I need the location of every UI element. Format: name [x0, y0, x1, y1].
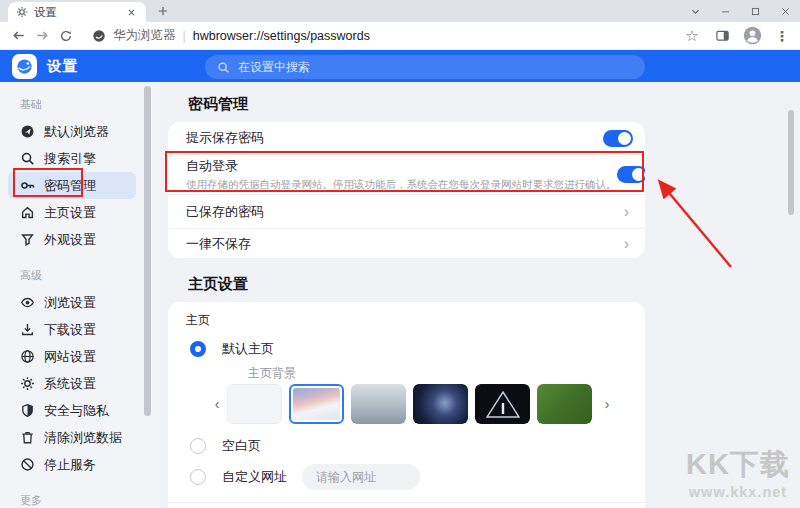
close-window-button[interactable]	[770, 0, 800, 22]
settings-main-panel: 密码管理 提示保存密码 自动登录 使用存储的凭据自动登录网站。停用该功能后，系统…	[160, 82, 800, 508]
url-text: hwbrowser://settings/passwords	[193, 29, 370, 43]
sidebar-item-password-manager[interactable]: 密码管理	[8, 172, 136, 199]
sidebar-item-clear-data[interactable]: 清除浏览数据	[8, 424, 136, 451]
sidebar-item-default-browser[interactable]: 默认浏览器	[8, 118, 136, 145]
blank-page-option[interactable]: 空白页	[190, 437, 645, 455]
sidebar-item-appearance[interactable]: 外观设置	[8, 226, 136, 253]
sidebar-section-more: 更多	[0, 492, 160, 508]
maximize-button[interactable]	[740, 0, 770, 22]
sidebar-item-website[interactable]: 网站设置	[8, 343, 136, 370]
tab-title: 设置	[34, 5, 118, 20]
homepage-settings-card: 主页 默认主页 主页背景 ‹	[168, 302, 645, 508]
reload-icon[interactable]	[54, 24, 78, 48]
tab-strip: 设置	[0, 0, 800, 22]
globe-icon	[20, 349, 35, 364]
gear-icon	[20, 376, 35, 391]
address-bar[interactable]: 华为浏览器 | hwbrowser://settings/passwords	[92, 27, 680, 44]
wallpaper-thumbnail-triangle-tunnel[interactable]	[475, 384, 530, 424]
wallpaper-thumbnail-snow-mountain[interactable]	[289, 384, 344, 424]
carousel-next-icon[interactable]: ›	[602, 396, 612, 412]
sidebar-item-system[interactable]: 系统设置	[8, 370, 136, 397]
prohibition-icon	[20, 457, 35, 472]
sidebar-item-stop-service[interactable]: 停止服务	[8, 451, 136, 478]
wallpaper-thumbnail-planet[interactable]	[413, 384, 468, 424]
settings-search-box[interactable]	[205, 55, 645, 79]
wallpaper-thumbnail-forest[interactable]	[537, 384, 592, 424]
sidebar-section-basic: 基础	[0, 96, 160, 112]
settings-sidebar: 基础 默认浏览器 搜索引擎 密码管理 主页设置 外观设置 高级 浏览设置	[0, 82, 160, 508]
tab-close-icon[interactable]	[124, 5, 138, 19]
bookmark-star-icon[interactable]: ☆	[680, 24, 704, 48]
sidebar-item-homepage[interactable]: 主页设置	[8, 199, 136, 226]
radio-selected[interactable]	[190, 341, 206, 357]
search-input[interactable]	[238, 60, 633, 74]
profile-avatar[interactable]	[740, 24, 764, 48]
save-password-prompt-row[interactable]: 提示保存密码	[168, 122, 645, 154]
minimize-button[interactable]	[710, 0, 740, 22]
shield-icon	[20, 403, 35, 418]
browser-menu-icon[interactable]: ⋮	[770, 24, 794, 48]
auto-login-row[interactable]: 自动登录 使用存储的凭据自动登录网站。停用该功能后，系统会在您每次登录网站时要求…	[168, 154, 645, 194]
key-icon	[20, 178, 35, 193]
sidebar-item-security-privacy[interactable]: 安全与隐私	[8, 397, 136, 424]
saved-passwords-row[interactable]: 已保存的密码 ›	[168, 194, 645, 228]
auto-login-toggle[interactable]	[617, 166, 646, 183]
sidebar-item-search-engine[interactable]: 搜索引擎	[8, 145, 136, 172]
trash-icon	[20, 430, 35, 445]
homepage-section-title: 主页设置	[188, 274, 800, 294]
page-title: 设置	[47, 57, 78, 76]
content-scrollbar[interactable]	[788, 110, 794, 215]
radio-unselected[interactable]	[190, 438, 206, 454]
auto-login-description: 使用存储的凭据自动登录网站。停用该功能后，系统会在您每次登录网站时要求您进行确认…	[186, 178, 617, 192]
default-homepage-option[interactable]: 默认主页	[190, 340, 645, 358]
radio-unselected[interactable]	[190, 469, 206, 485]
background-carousel: ‹ ›	[212, 384, 645, 424]
save-password-toggle[interactable]	[603, 130, 633, 147]
custom-url-option[interactable]: 自定义网址	[190, 464, 645, 490]
wallpaper-thumbnail-blank[interactable]	[227, 384, 282, 424]
password-section-title: 密码管理	[188, 94, 800, 114]
address-toolbar: 华为浏览器 | hwbrowser://settings/passwords ☆…	[0, 22, 800, 50]
sidebar-item-browsing[interactable]: 浏览设置	[8, 289, 136, 316]
site-name-label: 华为浏览器	[113, 27, 176, 44]
homepage-group-label: 主页	[168, 312, 645, 328]
chevron-right-icon: ›	[624, 204, 633, 220]
download-icon	[20, 322, 35, 337]
chevron-right-icon: ›	[624, 236, 633, 252]
filter-funnel-icon	[20, 232, 35, 247]
homepage-background-label: 主页背景	[248, 366, 645, 380]
tab-search-icon[interactable]	[680, 0, 710, 22]
site-logo-icon	[92, 29, 106, 43]
default-browser-icon	[20, 124, 35, 139]
forward-icon[interactable]	[30, 24, 54, 48]
sidebar-scrollbar[interactable]	[144, 86, 151, 416]
sidebar-section-advanced: 高级	[0, 267, 160, 283]
divider	[168, 502, 645, 503]
new-tab-button[interactable]	[152, 0, 174, 22]
settings-header: 设置	[0, 50, 800, 82]
carousel-prev-icon[interactable]: ‹	[212, 396, 222, 412]
huawei-browser-logo-icon	[12, 54, 37, 79]
eye-icon	[20, 295, 35, 310]
custom-url-input[interactable]	[302, 464, 420, 490]
browser-tab-settings[interactable]: 设置	[8, 2, 146, 22]
back-icon[interactable]	[6, 24, 30, 48]
never-save-row[interactable]: 一律不保存 ›	[168, 228, 645, 258]
search-engine-icon	[20, 151, 35, 166]
home-icon	[20, 205, 35, 220]
search-icon	[217, 61, 230, 74]
password-settings-card: 提示保存密码 自动登录 使用存储的凭据自动登录网站。停用该功能后，系统会在您每次…	[168, 122, 645, 258]
side-panel-icon[interactable]	[710, 24, 734, 48]
sidebar-item-downloads[interactable]: 下载设置	[8, 316, 136, 343]
url-separator: |	[183, 29, 186, 43]
gear-icon	[16, 6, 28, 18]
wallpaper-thumbnail-misty-mountains[interactable]	[351, 384, 406, 424]
